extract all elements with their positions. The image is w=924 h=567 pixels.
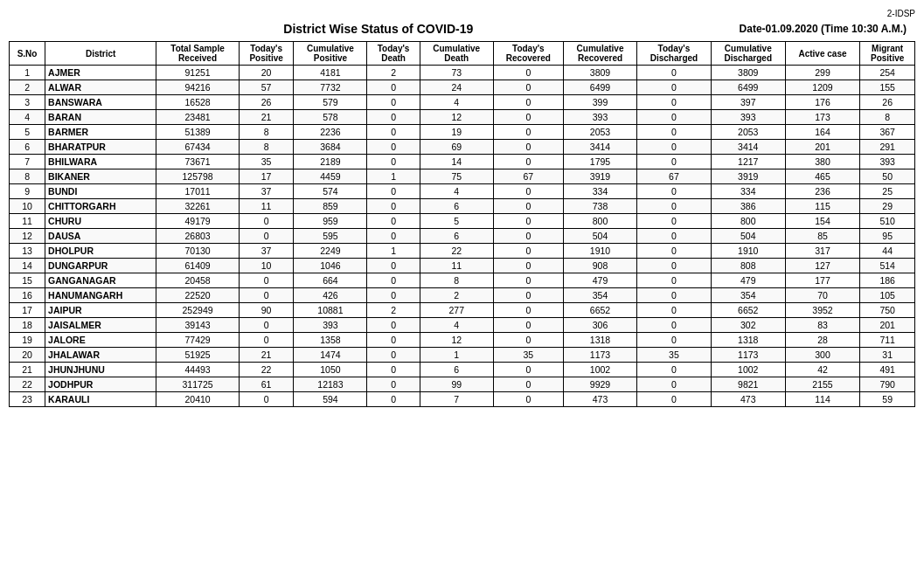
table-cell: 2249: [294, 244, 367, 259]
table-cell: 0: [637, 363, 712, 377]
table-cell: 0: [637, 80, 712, 95]
table-cell: 299: [785, 66, 860, 80]
table-cell: 2: [10, 80, 45, 95]
table-cell: 3684: [294, 140, 367, 155]
table-row: 3BANSWARA1652826579040399039717626: [10, 95, 915, 110]
table-cell: 6652: [711, 303, 785, 318]
table-cell: 0: [493, 363, 563, 377]
table-cell: 0: [637, 66, 712, 80]
table-cell: 1050: [294, 363, 367, 377]
table-cell: 10881: [294, 303, 367, 318]
table-cell: 0: [367, 125, 420, 140]
table-cell: 20: [10, 348, 45, 363]
table-cell: 0: [493, 333, 563, 348]
table-cell: 0: [493, 199, 563, 214]
table-cell: 393: [294, 318, 367, 333]
table-cell: 0: [493, 110, 563, 125]
table-cell: 479: [563, 273, 636, 288]
table-cell: 1910: [563, 244, 636, 259]
table-cell: 2189: [294, 155, 367, 169]
table-cell: 91251: [156, 66, 240, 80]
table-cell: ALWAR: [45, 80, 156, 95]
table-cell: 6: [420, 363, 493, 377]
table-cell: 16: [10, 288, 45, 303]
table-row: 1AJMER912512041812730380903809299254: [10, 66, 915, 80]
col-today-death: Today'sDeath: [367, 42, 420, 66]
table-cell: BUNDI: [45, 184, 156, 199]
table-cell: 201: [785, 140, 860, 155]
table-row: 10CHITTORGARH3226111859060738038611529: [10, 199, 915, 214]
table-cell: 3414: [563, 140, 636, 155]
table-cell: 1910: [711, 244, 785, 259]
table-cell: 0: [493, 80, 563, 95]
table-cell: 514: [860, 259, 915, 273]
table-row: 9BUNDI1701137574040334033423625: [10, 184, 915, 199]
table-cell: 12: [420, 110, 493, 125]
table-cell: DAUSA: [45, 229, 156, 244]
table-cell: 0: [239, 214, 294, 229]
table-cell: 14: [420, 155, 493, 169]
table-cell: 473: [563, 392, 636, 407]
table-cell: 0: [493, 377, 563, 392]
table-cell: 1: [367, 169, 420, 184]
table-cell: 0: [637, 140, 712, 155]
table-cell: 3919: [711, 169, 785, 184]
table-cell: 73671: [156, 155, 240, 169]
table-cell: 354: [711, 288, 785, 303]
table-cell: 1002: [563, 363, 636, 377]
table-cell: GANGANAGAR: [45, 273, 156, 288]
table-cell: 13: [10, 244, 45, 259]
table-cell: 11: [239, 199, 294, 214]
table-cell: 42: [785, 363, 860, 377]
table-cell: 61409: [156, 259, 240, 273]
table-cell: 7: [420, 392, 493, 407]
table-cell: 790: [860, 377, 915, 392]
table-cell: 4: [420, 184, 493, 199]
page-header: District Wise Status of COVID-19 Date-01…: [9, 22, 915, 36]
table-cell: 0: [367, 229, 420, 244]
page-title: District Wise Status of COVID-19: [17, 22, 740, 36]
table-cell: 0: [637, 214, 712, 229]
watermark-label: 2-IDSP: [9, 9, 915, 18]
table-cell: 83: [785, 318, 860, 333]
table-cell: 959: [294, 214, 367, 229]
table-cell: BHILWARA: [45, 155, 156, 169]
table-cell: 3: [10, 95, 45, 110]
table-cell: 317: [785, 244, 860, 259]
table-row: 14DUNGARPUR6140910104601109080808127514: [10, 259, 915, 273]
table-cell: 9: [10, 184, 45, 199]
table-cell: 12183: [294, 377, 367, 392]
table-cell: 800: [711, 214, 785, 229]
table-cell: 0: [367, 140, 420, 155]
table-cell: 0: [493, 184, 563, 199]
table-cell: JAIPUR: [45, 303, 156, 318]
table-cell: 254: [860, 66, 915, 80]
table-cell: 473: [711, 392, 785, 407]
table-row: 23KARAULI204100594070473047311459: [10, 392, 915, 407]
table-cell: 8: [10, 169, 45, 184]
table-row: 2ALWAR9421657773202406499064991209155: [10, 80, 915, 95]
table-cell: 95: [860, 229, 915, 244]
table-cell: 51389: [156, 125, 240, 140]
table-cell: 19: [10, 333, 45, 348]
table-cell: 808: [711, 259, 785, 273]
table-cell: 2: [420, 288, 493, 303]
table-cell: 70: [785, 288, 860, 303]
table-cell: 99: [420, 377, 493, 392]
table-cell: DUNGARPUR: [45, 259, 156, 273]
table-cell: 504: [711, 229, 785, 244]
table-cell: 399: [563, 95, 636, 110]
table-cell: 579: [294, 95, 367, 110]
table-cell: 291: [860, 140, 915, 155]
table-cell: 50: [860, 169, 915, 184]
table-body: 1AJMER9125120418127303809038092992542ALW…: [10, 66, 915, 407]
table-cell: 186: [860, 273, 915, 288]
table-cell: 26: [860, 95, 915, 110]
table-cell: 594: [294, 392, 367, 407]
table-cell: 18: [10, 318, 45, 333]
table-cell: 0: [493, 214, 563, 229]
table-cell: 0: [367, 199, 420, 214]
table-cell: 25: [860, 184, 915, 199]
table-cell: 0: [637, 318, 712, 333]
table-cell: 2053: [563, 125, 636, 140]
